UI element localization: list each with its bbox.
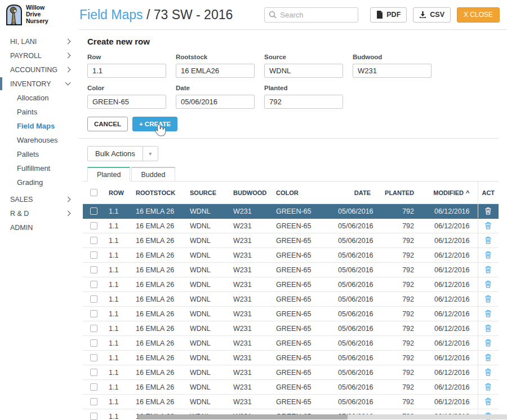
row-checkbox[interactable] xyxy=(90,207,97,215)
sidebar-item-allocation[interactable]: Allocation xyxy=(0,91,79,105)
column-header-modified[interactable]: MODIFIED^ xyxy=(419,182,478,204)
table-row[interactable]: 1.116 EMLA 26WDNLW231GREEN-6505/06/20167… xyxy=(83,277,499,292)
row-checkbox[interactable] xyxy=(90,369,97,376)
column-header-color[interactable]: COLOR xyxy=(272,182,333,204)
row-checkbox[interactable] xyxy=(90,237,97,244)
column-header-row[interactable]: ROW xyxy=(104,182,122,204)
source-input[interactable] xyxy=(264,64,343,78)
row-checkbox[interactable] xyxy=(90,383,97,391)
table-row[interactable]: 1.116 EMLA 26WDNLW231GREEN-6505/06/20167… xyxy=(83,321,499,336)
delete-row-button[interactable] xyxy=(482,382,494,392)
table-row[interactable]: 1.116 EMLA 26WDNLW231GREEN-6505/06/20167… xyxy=(83,307,499,321)
date-input[interactable] xyxy=(176,95,255,109)
horizontal-scrollbar-thumb[interactable] xyxy=(138,414,348,419)
table-row[interactable]: 1.116 EMLA 26WDNLW231GREEN-6505/06/20167… xyxy=(83,233,499,248)
create-button[interactable]: + CREATE xyxy=(132,117,177,131)
sidebar-item-sales[interactable]: SALES xyxy=(0,192,79,206)
breadcrumb-field-maps-link[interactable]: Field Maps xyxy=(79,7,143,22)
delete-row-button[interactable] xyxy=(482,352,494,362)
logo[interactable]: Willow Drive Nursery xyxy=(6,3,79,26)
row-checkbox[interactable] xyxy=(90,354,97,361)
delete-row-button[interactable] xyxy=(482,323,494,333)
table-row[interactable]: 1.116 EMLA 26WDNLW231GREEN-6505/06/20167… xyxy=(83,365,499,380)
delete-row-button[interactable] xyxy=(482,235,494,245)
row-input[interactable] xyxy=(87,64,166,78)
sidebar-item-paints[interactable]: Paints xyxy=(0,105,79,119)
table-row[interactable]: 1.116 EMLA 26WDNLW231GREEN-6505/06/20167… xyxy=(83,380,499,395)
cell-row: 1.1 xyxy=(104,395,122,409)
row-checkbox[interactable] xyxy=(90,398,97,405)
delete-row-button[interactable] xyxy=(482,338,494,348)
row-checkbox-cell xyxy=(83,204,104,219)
chevron-down-icon[interactable]: ▾ xyxy=(143,147,158,161)
row-checkbox[interactable] xyxy=(90,310,97,317)
rootstock-input[interactable] xyxy=(176,64,255,78)
sidebar-item-pallets[interactable]: Pallets xyxy=(0,147,79,161)
column-header-planted[interactable]: PLANTED xyxy=(375,182,419,204)
horizontal-scrollbar[interactable] xyxy=(138,414,507,419)
row-checkbox[interactable] xyxy=(90,295,97,303)
sidebar-item-admin[interactable]: ADMIN xyxy=(0,220,79,235)
sidebar-item-inventory[interactable]: INVENTORY xyxy=(0,77,79,91)
sidebar-item-accounting[interactable]: ACCOUNTING xyxy=(0,63,79,77)
table-row[interactable]: 1.116 EMLA 26WDNLW231GREEN-6505/06/20167… xyxy=(83,336,499,351)
table-row[interactable]: 1.116 EMLA 26WDNLW231GREEN-6505/06/20167… xyxy=(83,219,499,233)
sidebar-item-fulfillment[interactable]: Fulfillment xyxy=(0,161,79,175)
column-header-date[interactable]: DATE xyxy=(333,182,375,204)
close-button[interactable]: X CLOSE xyxy=(457,7,500,23)
select-all-checkbox[interactable] xyxy=(90,189,97,196)
table-row[interactable]: 1.116 EMLA 26WDNLW231GREEN-6505/06/20167… xyxy=(83,395,499,409)
delete-row-button[interactable] xyxy=(482,308,494,319)
planted-input[interactable] xyxy=(264,95,343,109)
delete-row-button[interactable] xyxy=(482,294,494,304)
column-header-rootstock[interactable]: ROOTSTOCK xyxy=(122,182,185,204)
row-checkbox[interactable] xyxy=(90,222,97,229)
sidebar-item-field-maps[interactable]: Field Maps xyxy=(0,119,79,133)
row-checkbox[interactable] xyxy=(90,339,97,347)
delete-row-button[interactable] xyxy=(482,279,494,289)
cancel-button[interactable]: CANCEL xyxy=(87,117,128,131)
column-header-act[interactable]: ACT xyxy=(478,182,499,204)
budwood-input[interactable] xyxy=(353,64,432,78)
chevron-right-icon xyxy=(65,211,71,216)
delete-row-button[interactable] xyxy=(482,367,494,377)
tab-budded[interactable]: Budded xyxy=(131,167,175,182)
column-header-budwood[interactable]: BUDWOOD xyxy=(229,182,272,204)
sidebar-item-payroll[interactable]: PAYROLL xyxy=(0,48,79,63)
cell-color: GREEN-65 xyxy=(272,336,333,351)
color-input[interactable] xyxy=(87,95,166,109)
cell-row: 1.1 xyxy=(104,248,122,263)
cell-color: GREEN-65 xyxy=(272,395,333,409)
search-icon xyxy=(269,11,277,19)
sidebar-item-r-d[interactable]: R & D xyxy=(0,206,79,220)
tab-planted[interactable]: Planted xyxy=(87,167,130,182)
delete-row-button[interactable] xyxy=(482,220,494,231)
table-row[interactable]: 1.116 EMLA 26WDNLW231GREEN-6505/06/20167… xyxy=(83,204,499,219)
csv-button[interactable]: CSV xyxy=(413,7,451,23)
field-map-table: ROWROOTSTOCKSOURCEBUDWOODCOLORDATEPLANTE… xyxy=(83,182,499,420)
sidebar-item-hi-lani[interactable]: HI, LANI xyxy=(0,34,79,48)
row-checkbox[interactable] xyxy=(90,281,97,288)
row-checkbox[interactable] xyxy=(90,251,97,259)
sidebar-item-warehouses[interactable]: Warehouses xyxy=(0,133,79,147)
delete-row-button[interactable] xyxy=(482,264,494,275)
delete-row-button[interactable] xyxy=(482,250,494,260)
cell-modified: 06/12/2016 xyxy=(419,380,478,395)
row-checkbox[interactable] xyxy=(90,325,97,332)
row-checkbox[interactable] xyxy=(90,413,97,420)
cell-planted: 792 xyxy=(375,395,419,409)
delete-row-button[interactable] xyxy=(482,206,494,216)
search-input[interactable] xyxy=(264,7,358,23)
sidebar-item-grading[interactable]: Grading xyxy=(0,175,79,189)
column-header-source[interactable]: SOURCE xyxy=(185,182,229,204)
delete-row-button[interactable] xyxy=(482,396,494,406)
pdf-button[interactable]: PDF xyxy=(370,7,407,23)
row-checkbox-cell xyxy=(83,248,104,263)
table-row[interactable]: 1.116 EMLA 26WDNLW231GREEN-6505/06/20167… xyxy=(83,292,499,307)
table-row[interactable]: 1.116 EMLA 26WDNLW231GREEN-6505/06/20167… xyxy=(83,263,499,277)
cell-source: WDNL xyxy=(185,336,229,351)
row-checkbox[interactable] xyxy=(90,266,97,273)
table-row[interactable]: 1.116 EMLA 26WDNLW231GREEN-6505/06/20167… xyxy=(83,248,499,263)
table-row[interactable]: 1.116 EMLA 26WDNLW231GREEN-6505/06/20167… xyxy=(83,351,499,365)
bulk-actions-dropdown[interactable]: Bulk Actions ▾ xyxy=(87,146,158,161)
